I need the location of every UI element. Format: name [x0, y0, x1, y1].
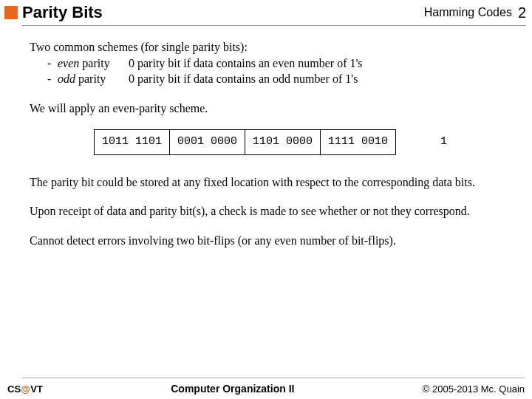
parity-value: 1: [440, 134, 447, 149]
slide-header: Parity Bits Hamming Codes 2: [0, 0, 532, 24]
footer-at: @: [21, 383, 30, 395]
data-cell: 1111 0010: [321, 129, 396, 154]
footer-vt: VT: [30, 383, 43, 395]
scheme-desc: 0 parity bit if data contains an even nu…: [129, 55, 363, 72]
scheme-row: - even parity 0 parity bit if data conta…: [30, 55, 511, 72]
slide-body: Two common schemes (for single parity bi…: [0, 26, 532, 248]
page-number: 2: [518, 4, 526, 21]
data-box-row: 1011 1101 0001 0000 1101 0000 1111 0010 …: [30, 129, 511, 154]
footer-center: Computer Organization II: [171, 383, 294, 395]
schemes-intro: Two common schemes (for single parity bi…: [30, 39, 511, 55]
footer-copyright: © 2005-2013 Mc. Quain: [423, 383, 525, 395]
dash: -: [47, 71, 58, 87]
apply-paragraph: We will apply an even-parity scheme.: [30, 100, 511, 117]
footer-divider: [22, 378, 525, 378]
limit-paragraph: Cannot detect errors involving two bit-f…: [30, 233, 511, 249]
footer-left: CS@VT: [7, 383, 43, 395]
scheme-name-plain: parity: [78, 72, 106, 85]
storage-paragraph: The parity bit could be stored at any fi…: [30, 174, 511, 191]
receipt-paragraph: Upon receipt of data and parity bit(s), …: [30, 203, 511, 219]
slide-footer: CS@VT Computer Organization II © 2005-20…: [0, 383, 532, 395]
dash: -: [47, 55, 58, 72]
slide: Parity Bits Hamming Codes 2 Two common s…: [0, 0, 532, 399]
scheme-name-italic: even: [58, 57, 82, 69]
topic-label: Hamming Codes: [424, 6, 512, 19]
scheme-name-italic: odd: [58, 72, 78, 85]
scheme-desc: 0 parity bit if data contains an odd num…: [129, 71, 358, 87]
scheme-row: - odd parity 0 parity bit if data contai…: [30, 71, 511, 87]
scheme-name-plain: parity: [82, 57, 109, 69]
data-cell: 0001 0000: [170, 129, 245, 154]
slide-title: Parity Bits: [22, 3, 424, 22]
scheme-name: odd parity: [58, 71, 129, 87]
data-cell: 1101 0000: [245, 129, 321, 154]
schemes-block: Two common schemes (for single parity bi…: [30, 39, 511, 87]
scheme-name: even parity: [58, 55, 129, 72]
footer-cs: CS: [7, 383, 21, 395]
data-cell: 1011 1101: [94, 129, 170, 154]
bullet-icon: [4, 6, 18, 19]
